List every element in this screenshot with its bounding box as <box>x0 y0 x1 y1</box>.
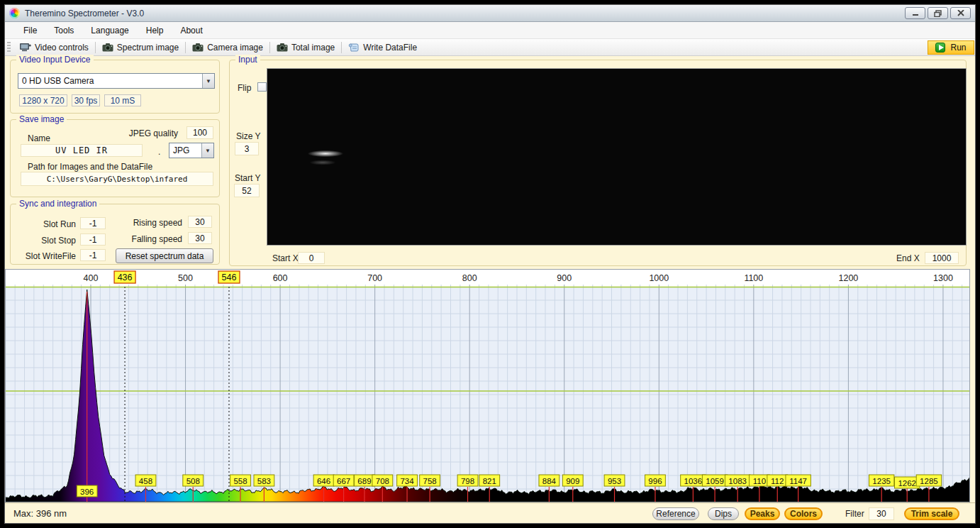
flip-checkbox[interactable] <box>257 82 267 92</box>
title-bar: Theremino Spectrometer - V3.0 <box>5 5 975 22</box>
axis-tick-label: 1100 <box>744 273 763 283</box>
jpeg-quality-field[interactable]: 100 <box>186 126 213 139</box>
peak-label: 884 <box>542 477 557 485</box>
toolbar: Video controls Spectrum image <box>5 39 975 56</box>
max-peak-readout: Max: 396 nm <box>13 508 67 519</box>
toolbar-item-label: Write DataFile <box>363 43 417 53</box>
file-name-field[interactable]: UV LED IR <box>21 144 143 157</box>
run-play-icon <box>935 43 945 53</box>
filter-field[interactable]: 30 <box>869 507 894 520</box>
group-title: Save image <box>16 114 67 124</box>
toolbar-total-image[interactable]: Total image <box>271 40 340 55</box>
peak-label: 996 <box>648 477 662 485</box>
menu-about[interactable]: About <box>172 23 211 38</box>
menu-help[interactable]: Help <box>138 23 172 38</box>
group-input: Input Flip Size Y 3 Start Y 52 Start X 0… <box>229 60 967 266</box>
size-y-field[interactable]: 3 <box>235 142 259 155</box>
peak-label: 1083 <box>728 477 747 485</box>
group-sync-integration: Sync and integration Slot Run -1 Slot St… <box>10 204 220 265</box>
spectrum-streak-faint <box>304 159 341 166</box>
axis-tick-label: 500 <box>178 273 193 283</box>
toolbar-item-label: Camera image <box>207 43 263 53</box>
slot-run-field[interactable]: -1 <box>80 217 106 229</box>
slot-writefile-label: Slot WriteFile <box>11 251 76 261</box>
resolution-button[interactable]: 1280 x 720 <box>19 94 67 106</box>
menu-tools[interactable]: Tools <box>45 23 82 38</box>
maximize-button[interactable] <box>928 7 948 19</box>
toolbar-separator <box>269 42 270 53</box>
peak-label: 112 <box>771 477 784 485</box>
peak-label: 646 <box>317 477 330 485</box>
flip-label: Flip <box>238 83 251 93</box>
jpeg-quality-label: JPEG quality <box>101 128 178 138</box>
toolbar-camera-image[interactable]: Camera image <box>186 40 269 55</box>
reset-spectrum-button[interactable]: Reset spectrum data <box>116 248 213 263</box>
toolbar-item-label: Video controls <box>35 43 89 53</box>
axis-tick-label: 900 <box>557 273 572 283</box>
calibration-label: 436 <box>118 273 133 282</box>
toolbar-spectrum-image[interactable]: Spectrum image <box>96 40 184 55</box>
calibration-label: 546 <box>222 273 237 282</box>
falling-speed-label: Falling speed <box>111 234 182 244</box>
axis-tick-label: 400 <box>84 273 99 283</box>
peak-label: 110 <box>753 477 766 485</box>
start-y-field[interactable]: 52 <box>234 184 260 197</box>
minimize-button[interactable] <box>905 7 925 19</box>
path-field[interactable]: C:\Users\GaryG\Desktop\infared <box>21 172 213 186</box>
axis-tick-label: 1300 <box>933 273 953 283</box>
run-label: Run <box>950 43 966 53</box>
close-button[interactable] <box>950 7 971 19</box>
path-label: Path for Images and the DataFile <box>28 162 152 172</box>
chevron-down-icon: ▼ <box>202 74 214 88</box>
video-device-dropdown[interactable]: 0 HD USB Camera ▼ <box>18 73 215 89</box>
camera-preview <box>267 68 967 246</box>
peak-label: 558 <box>233 477 247 485</box>
peak-label: 798 <box>461 477 474 485</box>
camera-icon <box>102 43 113 52</box>
peaks-button[interactable]: Peaks <box>745 507 780 520</box>
peak-label: 583 <box>257 477 271 485</box>
slot-writefile-field[interactable]: -1 <box>80 249 106 261</box>
toolbar-video-controls[interactable]: Video controls <box>13 40 94 55</box>
dips-button[interactable]: Dips <box>708 507 739 520</box>
toolbar-item-label: Spectrum image <box>117 43 179 53</box>
run-button[interactable]: Run <box>928 40 974 55</box>
rising-speed-field[interactable]: 30 <box>188 216 212 228</box>
reference-button[interactable]: Reference <box>652 507 699 520</box>
trim-scale-button[interactable]: Trim scale <box>904 507 959 520</box>
exposure-button[interactable]: 10 mS <box>104 94 141 106</box>
end-x-label: End X <box>896 253 920 263</box>
falling-speed-field[interactable]: 30 <box>188 232 212 244</box>
menu-language[interactable]: Language <box>82 23 137 38</box>
client-area: Video Input Device 0 HD USB Camera ▼ 128… <box>5 56 975 523</box>
group-save-image: Save image Name JPEG quality 100 UV LED … <box>10 119 220 197</box>
format-dropdown[interactable]: JPG ▼ <box>169 143 214 158</box>
axis-tick-label: 1200 <box>838 273 858 283</box>
toolbar-write-datafile[interactable]: Write DataFile <box>343 40 423 55</box>
peak-label: 396 <box>80 488 94 496</box>
window-title: Theremino Spectrometer - V3.0 <box>25 9 144 18</box>
peak-label: 1147 <box>789 477 807 485</box>
axis-tick-label: 1000 <box>649 273 669 283</box>
colors-button[interactable]: Colors <box>784 507 823 520</box>
fps-button[interactable]: 30 fps <box>72 94 100 106</box>
group-title: Sync and integration <box>16 199 99 209</box>
slot-stop-field[interactable]: -1 <box>80 233 106 246</box>
peak-label: 458 <box>139 477 152 485</box>
group-video-input-device: Video Input Device 0 HD USB Camera ▼ 128… <box>10 60 220 114</box>
dot-separator: . <box>158 147 160 157</box>
status-bar: Max: 396 nm Reference Dips Peaks Colors … <box>5 502 975 523</box>
axis-strip <box>5 269 970 287</box>
axis-tick-label: 600 <box>273 273 288 283</box>
format-value: JPG <box>169 145 201 155</box>
toolbar-grip <box>7 42 11 53</box>
chevron-down-icon: ▼ <box>201 143 213 158</box>
menu-file[interactable]: File <box>15 23 45 38</box>
peak-label: 734 <box>400 477 414 485</box>
start-x-label: Start X <box>272 253 299 263</box>
end-x-field[interactable]: 1000 <box>925 252 959 264</box>
toolbar-separator <box>95 42 96 53</box>
scroll-icon <box>348 43 360 52</box>
start-x-field[interactable]: 0 <box>298 252 325 264</box>
peak-label: 508 <box>186 477 200 485</box>
